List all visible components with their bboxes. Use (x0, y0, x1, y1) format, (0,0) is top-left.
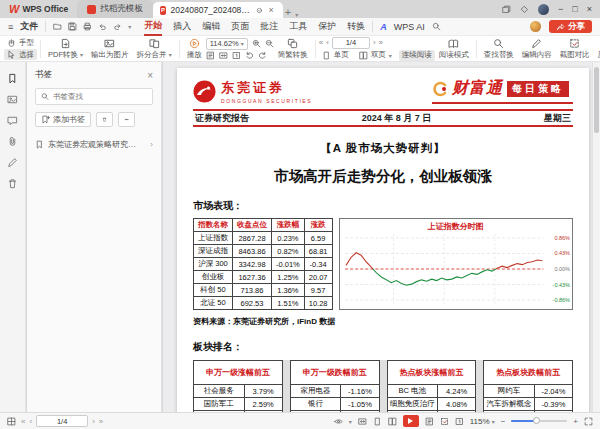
prev-page-button[interactable]: ‹ (326, 38, 329, 47)
screenshot-compare-button[interactable]: 截图对比 (556, 38, 594, 60)
actual-size-icon[interactable] (455, 417, 464, 426)
find-replace-button[interactable]: 查找替换 (480, 38, 518, 60)
tab-home[interactable]: 开始 (144, 18, 162, 36)
rotate-left-icon[interactable] (245, 51, 254, 60)
vertical-scrollbar[interactable] (592, 62, 600, 412)
prev-page-button[interactable]: ‹ (29, 417, 32, 426)
ribbon-search-icon[interactable] (432, 22, 441, 31)
zoom-in-icon[interactable] (252, 39, 261, 48)
market-table-cell: 1.36% (272, 284, 305, 297)
pdf-convert-button[interactable]: PDF转换 ▾ (44, 38, 87, 60)
user-avatar[interactable] (538, 4, 549, 15)
zoom-slider[interactable] (511, 420, 567, 422)
first-page-button[interactable]: « (21, 417, 25, 426)
scrollbar-thumb[interactable] (594, 67, 599, 133)
bookmark-search-input[interactable] (53, 92, 147, 101)
save-icon[interactable] (68, 22, 77, 31)
zoom-combobox[interactable]: 114.62% ▾ (206, 38, 248, 50)
read-mode-button[interactable]: 阅读模式 (435, 38, 473, 60)
last-page-button[interactable]: » (379, 38, 383, 47)
double-page-button[interactable]: 双页 ▾ (356, 50, 395, 61)
single-page-button[interactable]: 单页 (319, 50, 352, 61)
zoom-out-button[interactable]: − (501, 417, 506, 426)
actual-size-icon[interactable] (232, 51, 241, 60)
screenshot-icon[interactable] (440, 417, 449, 426)
double-page-mode-icon[interactable] (388, 417, 397, 426)
delete-bookmark-button[interactable] (96, 112, 113, 127)
member-icon[interactable] (530, 21, 541, 32)
share-button[interactable]: 分享 (549, 20, 592, 33)
maximize-button[interactable]: □ (572, 4, 577, 14)
bookmark-search-box[interactable] (35, 88, 153, 105)
comments-panel-icon[interactable] (7, 115, 18, 126)
print-icon[interactable] (83, 22, 92, 31)
slideshow-button[interactable] (403, 415, 419, 427)
redo-icon[interactable] (113, 22, 122, 31)
split-merge-button[interactable]: 拆分合并 ▾ (133, 38, 176, 60)
annotation-pen-icon[interactable] (7, 157, 18, 168)
split-window-icon[interactable] (502, 5, 511, 14)
play-button[interactable]: 播放 (183, 38, 206, 60)
zoom-in-button[interactable]: + (573, 417, 578, 426)
view-options-eye-icon[interactable] (334, 417, 343, 426)
fit-page-icon[interactable] (425, 417, 434, 426)
single-page-mode-icon[interactable] (373, 417, 382, 426)
skin-center-icon[interactable] (520, 5, 529, 14)
undo-icon[interactable] (98, 22, 107, 31)
last-page-button[interactable]: » (99, 417, 103, 426)
divider (40, 40, 41, 58)
continuous-read-button[interactable]: 连续阅读 (399, 50, 435, 61)
ribbon-tabs: 开始 插入 编辑 页面 批注 工具 保护 转换 (144, 18, 365, 36)
fit-page-icon[interactable] (206, 51, 215, 60)
zoom-level-control[interactable]: 115% ▾ (470, 417, 495, 426)
zoom-out-icon[interactable] (265, 39, 274, 48)
rotate-right-icon[interactable] (258, 51, 267, 60)
first-page-button[interactable]: « (319, 38, 323, 47)
fit-width-icon[interactable] (219, 51, 228, 60)
edit-content-button[interactable]: 编辑内容 (518, 38, 556, 60)
minimize-button[interactable]: − (558, 4, 563, 14)
docer-template-tab[interactable]: 找稻壳模板 (77, 0, 153, 18)
view-options-caret-icon[interactable]: ▾ (349, 418, 352, 425)
fullscreen-icon[interactable] (584, 417, 593, 426)
more-options-button[interactable] (118, 112, 135, 127)
main-menu-icon[interactable]: ≡ (8, 22, 13, 32)
page-indicator-input[interactable] (332, 37, 370, 49)
sc-convert-button[interactable]: 简繁转换 (274, 38, 312, 60)
tab-protect[interactable]: 保护 (318, 18, 336, 36)
sign-panel-icon[interactable] (7, 178, 18, 189)
compress-button[interactable]: 压缩 (594, 38, 600, 60)
thumbnails-panel-icon[interactable] (7, 94, 18, 105)
bookmark-expand-chevron-icon[interactable]: › (150, 140, 153, 149)
thumbnail-panel-toggle-icon[interactable] (7, 417, 16, 426)
file-menu-button[interactable]: 文件 (20, 20, 38, 33)
new-tab-button[interactable]: + (283, 6, 293, 18)
panel-close-icon[interactable]: × (147, 70, 153, 81)
add-bookmark-button[interactable]: 添加书签 (35, 112, 91, 127)
close-window-button[interactable]: × (587, 4, 592, 14)
export-image-button[interactable]: 输出为图片 (87, 38, 133, 60)
bookmarks-panel-icon[interactable] (7, 73, 18, 84)
tab-insert[interactable]: 插入 (173, 18, 191, 36)
tab-convert[interactable]: 转换 (347, 18, 365, 36)
bookmark-list-item[interactable]: 东莞证券宏观策略研究团队: › (35, 139, 153, 150)
wps-ai-button[interactable]: WPS AI (394, 22, 425, 32)
hand-tool-button[interactable]: 手型 (4, 37, 37, 48)
document-tab[interactable]: P 20240807_202408_2024080 × (153, 2, 283, 18)
tab-tools[interactable]: 工具 (289, 18, 307, 36)
tab-page[interactable]: 页面 (231, 18, 249, 36)
tab-edit[interactable]: 编辑 (202, 18, 220, 36)
next-page-button[interactable]: › (373, 38, 376, 47)
zoom-slider-knob[interactable] (533, 417, 540, 424)
tab-comment[interactable]: 批注 (260, 18, 278, 36)
quick-access-caret-icon[interactable]: ▾ (128, 23, 131, 30)
open-file-icon[interactable] (53, 22, 62, 31)
close-tab-icon[interactable]: × (266, 5, 275, 15)
read-mode-icon (448, 38, 459, 49)
select-tool-button[interactable]: 选择 (4, 49, 37, 60)
next-page-button[interactable]: › (92, 417, 95, 426)
attachments-panel-icon[interactable] (7, 136, 18, 147)
status-page-indicator-input[interactable] (36, 415, 88, 427)
fit-window-icon[interactable] (358, 417, 367, 426)
app-home-tab[interactable]: W WPS Office (0, 0, 77, 18)
